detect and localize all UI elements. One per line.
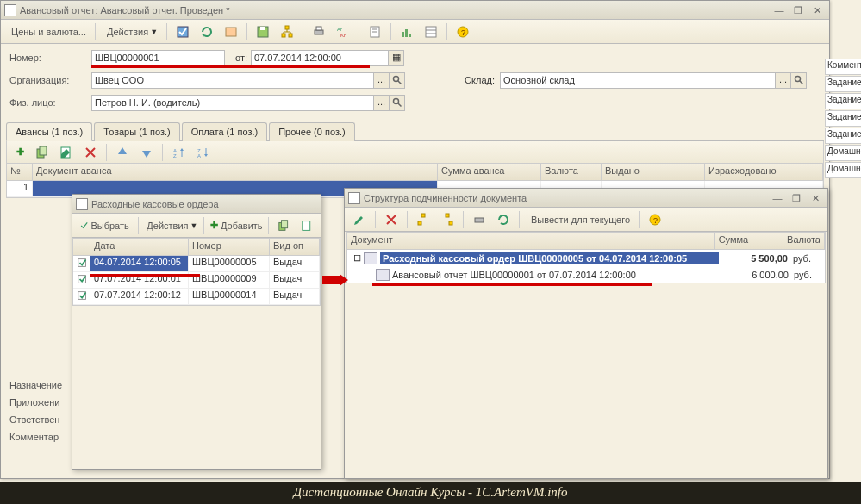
book-icon[interactable] <box>220 22 242 41</box>
kt-icon[interactable]: ArKr <box>332 22 354 41</box>
struct-close-button[interactable]: ✕ <box>807 191 824 205</box>
svg-rect-46 <box>302 221 309 230</box>
orders-add-button[interactable]: ✚Добавить <box>209 216 264 235</box>
sort-asc-icon[interactable]: AZ <box>167 143 190 162</box>
close-button[interactable]: ✕ <box>808 3 826 17</box>
col-cur[interactable]: Валюта <box>541 164 602 180</box>
person-input[interactable]: Петров Н. И. (водитель) <box>91 95 374 111</box>
tab-advances[interactable]: Авансы (1 поз.) <box>6 122 92 141</box>
struct-min-button[interactable]: — <box>769 191 786 205</box>
struct-print-icon[interactable] <box>468 210 490 229</box>
struct-title: Структура подчиненности документа <box>364 193 767 203</box>
struct-edit-icon[interactable] <box>348 210 371 229</box>
struct-refresh-icon[interactable] <box>492 210 515 229</box>
minimize-button[interactable]: — <box>771 3 788 17</box>
down-icon[interactable] <box>135 143 158 162</box>
orders-row-0[interactable]: 04.07.2014 12:00:05 ШВЦ00000005 Выдач <box>73 256 320 272</box>
col-sum[interactable]: Сумма аванса <box>438 164 541 180</box>
annotation-redline-2 <box>90 274 200 277</box>
struct-help-icon[interactable]: ? <box>644 210 666 229</box>
tab-payment[interactable]: Оплата (1 поз.) <box>182 122 267 141</box>
struct-hier-icon[interactable] <box>412 210 434 229</box>
col-date[interactable]: Дата <box>90 239 189 255</box>
chart-icon[interactable] <box>396 22 418 41</box>
actions-button[interactable]: Действия▼ <box>100 22 162 41</box>
list-icon[interactable] <box>420 22 442 41</box>
side-item[interactable]: Задание 5 <box>825 76 861 92</box>
date-picker-button[interactable]: ▦ <box>389 50 404 66</box>
warehouse-select-button[interactable]: ... <box>776 72 791 89</box>
org-search-button[interactable] <box>390 72 405 89</box>
orders-row-2[interactable]: 07.07.2014 12:00:12 ШВЦ00000014 Выдач <box>73 289 320 305</box>
col-spent[interactable]: Израсходовано <box>705 164 823 180</box>
save-icon[interactable] <box>252 22 274 41</box>
struct-delete-icon[interactable] <box>380 210 402 229</box>
struct-output-button[interactable]: Вывести для текущего <box>524 210 634 229</box>
copy-icon[interactable] <box>31 143 53 162</box>
orders-grid: Дата Номер Вид оп 04.07.2014 12:00:05 ШВ… <box>72 238 321 306</box>
svg-rect-52 <box>421 214 425 217</box>
side-item[interactable]: Задание 5 <box>825 110 861 127</box>
lbl-purpose: Назначение <box>9 380 62 397</box>
tab-goods[interactable]: Товары (1 поз.) <box>94 122 179 141</box>
org-select-button[interactable]: ... <box>374 72 390 89</box>
col-cur[interactable]: Валюта <box>783 233 825 249</box>
orders-actions-button[interactable]: Действия▼ <box>143 216 200 235</box>
tree-row-0[interactable]: ⊟ Расходный кассовый ордер ШВЦ00000005 о… <box>347 250 825 266</box>
svg-marker-34 <box>118 147 127 154</box>
lbl-attach: Приложени <box>9 397 62 414</box>
date-input[interactable]: 07.07.2014 12:00:00 <box>251 50 389 66</box>
add-icon[interactable]: ✚ <box>10 143 29 162</box>
struct-max-button[interactable]: ❐ <box>788 191 805 205</box>
doc-icon <box>364 252 377 264</box>
refresh-icon[interactable] <box>196 22 218 41</box>
col-doc[interactable]: Документ аванса <box>33 164 438 180</box>
select-button[interactable]: Выбрать <box>76 216 134 235</box>
help-icon[interactable]: ? <box>452 22 474 41</box>
svg-rect-54 <box>446 214 449 217</box>
doc-icon <box>376 269 390 281</box>
orders-edit-icon[interactable] <box>296 216 317 235</box>
sort-desc-icon[interactable]: ZA <box>191 143 214 162</box>
collapse-icon[interactable]: ⊟ <box>353 252 361 264</box>
warehouse-search-button[interactable] <box>791 72 807 89</box>
svg-rect-8 <box>315 30 323 34</box>
doc-icon <box>76 198 88 210</box>
maximize-button[interactable]: ❐ <box>789 3 807 17</box>
side-item[interactable]: Задание 5 <box>825 93 861 109</box>
side-item[interactable]: Коммента <box>825 59 861 75</box>
doc2-icon[interactable] <box>364 22 386 41</box>
svg-marker-42 <box>204 154 208 157</box>
col-doc[interactable]: Документ <box>347 233 715 249</box>
warehouse-input[interactable]: Основной склад <box>500 72 776 89</box>
side-item[interactable]: Домашне <box>825 162 861 178</box>
col-sum[interactable]: Сумма <box>715 233 783 249</box>
orders-copy-icon[interactable] <box>273 216 294 235</box>
svg-point-25 <box>795 77 800 82</box>
print-icon[interactable] <box>308 22 330 41</box>
structure-icon[interactable] <box>276 22 298 41</box>
up-icon[interactable] <box>111 143 134 162</box>
doc-icon <box>348 192 360 204</box>
main-title: Авансовый отчет: Авансовый отчет. Провед… <box>20 5 769 16</box>
svg-text:A: A <box>197 153 201 159</box>
person-select-button[interactable]: ... <box>374 95 390 111</box>
tree-row-1[interactable]: Авансовый отчет ШВЦ00000001 от 07.07.201… <box>347 266 825 283</box>
col-num[interactable]: № <box>7 164 33 180</box>
tab-other[interactable]: Прочее (0 поз.) <box>269 122 354 141</box>
struct-hier2-icon[interactable] <box>436 210 459 229</box>
side-item[interactable]: Домашне <box>825 145 861 161</box>
number-input[interactable]: ШВЦ00000001 <box>91 50 225 66</box>
side-panel: Коммента Задание 5 Задание 5 Задание 5 З… <box>825 59 861 179</box>
play-icon[interactable] <box>172 22 194 41</box>
org-input[interactable]: Швец ООО <box>91 72 374 89</box>
edit-icon[interactable] <box>55 143 78 162</box>
side-item[interactable]: Задание 5 <box>825 128 861 144</box>
delete-icon[interactable] <box>79 143 102 162</box>
lbl-comment: Комментар <box>9 432 62 449</box>
col-issued[interactable]: Выдано <box>602 164 705 180</box>
prices-button[interactable]: Цены и валюта... <box>4 22 90 41</box>
col-op[interactable]: Вид оп <box>270 239 320 255</box>
person-search-button[interactable] <box>390 95 405 111</box>
col-number[interactable]: Номер <box>189 239 270 255</box>
